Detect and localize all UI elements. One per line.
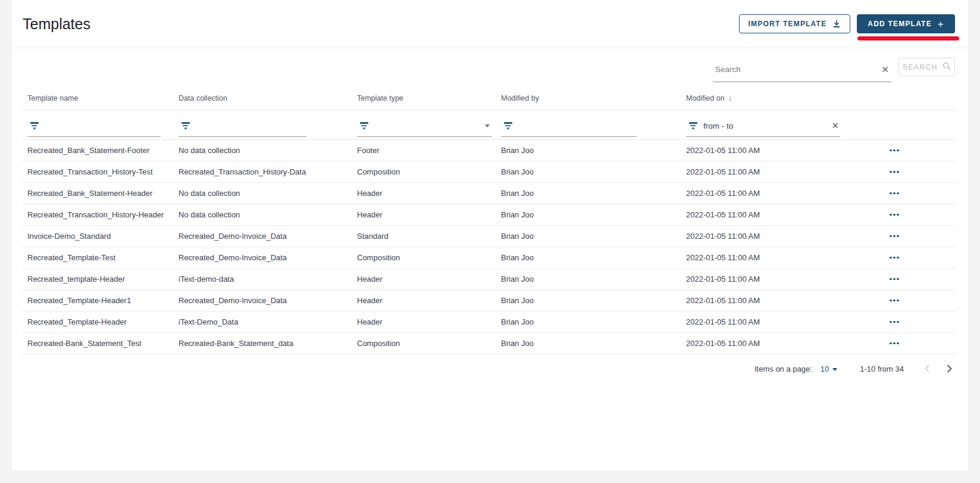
page-title: Templates	[23, 15, 90, 33]
cell-data-collection: No data collection	[179, 189, 357, 198]
import-template-button[interactable]: IMPORT TEMPLATE	[739, 14, 851, 33]
date-range-placeholder: from - to	[703, 121, 733, 130]
cell-template-name: Recreated_Template-Test	[27, 253, 179, 262]
filter-modified-by[interactable]	[501, 119, 637, 137]
column-header-data-collection[interactable]: Data collection	[179, 94, 357, 102]
cell-data-collection: Recreated_Transaction_History-Data	[179, 167, 357, 176]
table-row[interactable]: Recreated_Transaction_History-Test Recre…	[22, 161, 955, 183]
table-row[interactable]: Recreated_Bank_Statement-Header No data …	[22, 183, 955, 204]
search-icon	[943, 62, 951, 72]
search-clear-icon[interactable]: ✕	[880, 64, 890, 75]
column-header-template-type[interactable]: Template type	[357, 94, 501, 102]
items-per-page-label: Items on a page:	[754, 364, 812, 373]
cell-template-type: Header	[357, 275, 501, 283]
cell-modified-on: 2022-01-05 11:00 AM	[686, 146, 841, 155]
search-toolbar: ✕ SEARCH	[22, 58, 955, 82]
table-row[interactable]: Recreated_Template-Test Recreated_Demo-I…	[22, 247, 955, 269]
row-actions-menu-button[interactable]	[887, 296, 901, 306]
table-row[interactable]: Recreated_Bank_Statement-Footer No data …	[22, 140, 955, 161]
filter-template-name[interactable]	[27, 119, 161, 137]
search-button[interactable]: SEARCH	[898, 58, 955, 76]
cell-modified-on: 2022-01-05 11:00 AM	[686, 339, 841, 348]
table-row[interactable]: Recreated_template-Header iText-demo-dat…	[22, 269, 955, 290]
templates-page-card: Templates IMPORT TEMPLATE ADD TEMPLATE +…	[12, 0, 968, 470]
cell-template-type: Header	[357, 296, 501, 305]
table-row[interactable]: Recreated-Bank_Statement_Test Recreated-…	[22, 333, 955, 354]
cell-modified-by: Brian Joo	[501, 210, 686, 219]
row-actions-menu-button[interactable]	[887, 167, 901, 177]
filter-data-collection[interactable]	[179, 119, 306, 137]
filter-template-type[interactable]	[357, 119, 492, 137]
filter-modified-on-date-range[interactable]: from - to ✕	[686, 119, 840, 137]
table-header-row: Template name Data collection Template t…	[22, 82, 955, 110]
table-body: Recreated_Bank_Statement-Footer No data …	[22, 140, 955, 354]
previous-page-button[interactable]	[922, 362, 933, 376]
table-row[interactable]: Recreated_Template-Header1 Recreated_Dem…	[22, 290, 955, 311]
import-template-label: IMPORT TEMPLATE	[749, 20, 827, 28]
pagination-bar: Items on a page: 10 1-10 from 34	[22, 354, 955, 383]
column-header-template-name[interactable]: Template name	[27, 94, 179, 102]
add-template-button[interactable]: ADD TEMPLATE +	[857, 14, 955, 33]
cell-modified-on: 2022-01-05 11:00 AM	[686, 210, 841, 219]
cell-data-collection: iText-Demo_Data	[179, 317, 357, 326]
cell-modified-by: Brian Joo	[501, 296, 686, 305]
row-actions-menu-button[interactable]	[887, 275, 901, 284]
cell-template-type: Header	[357, 210, 501, 219]
cell-template-type: Composition	[357, 253, 501, 262]
column-header-modified-by[interactable]: Modified by	[501, 94, 686, 102]
column-header-actions	[841, 94, 955, 102]
cell-template-name: Recreated_Transaction_History-Header	[27, 210, 179, 219]
cell-template-type: Header	[357, 189, 501, 198]
chevron-down-icon	[832, 368, 837, 371]
templates-table: Template name Data collection Template t…	[22, 82, 955, 354]
cell-modified-on: 2022-01-05 11:00 AM	[686, 253, 841, 262]
filter-icon	[503, 122, 512, 129]
cell-modified-on: 2022-01-05 11:00 AM	[686, 275, 841, 283]
cell-template-name: Recreated_Bank_Statement-Header	[27, 189, 179, 198]
plus-icon: +	[938, 19, 944, 29]
dropdown-caret-icon[interactable]	[485, 124, 490, 127]
cell-template-name: Recreated_template-Header	[27, 275, 179, 283]
row-actions-menu-button[interactable]	[887, 339, 901, 348]
table-row[interactable]: Recreated_Template-Header iText-Demo_Dat…	[22, 311, 955, 333]
cell-template-type: Footer	[357, 146, 501, 155]
next-page-button[interactable]	[944, 362, 955, 376]
cell-modified-by: Brian Joo	[501, 317, 686, 326]
row-actions-menu-button[interactable]	[887, 146, 901, 155]
filter-icon	[181, 122, 190, 129]
cell-data-collection: No data collection	[179, 146, 357, 155]
cell-template-type: Standard	[357, 232, 501, 241]
page-size-select[interactable]: 10	[821, 364, 837, 373]
row-actions-menu-button[interactable]	[887, 189, 901, 198]
cell-modified-by: Brian Joo	[501, 339, 686, 348]
pagination-range: 1-10 from 34	[860, 364, 904, 373]
cell-data-collection: Recreated_Demo-Invoice_Data	[179, 232, 357, 241]
table-row[interactable]: Invoice-Demo_Standard Recreated_Demo-Inv…	[22, 226, 955, 247]
cell-data-collection: No data collection	[179, 210, 357, 219]
row-actions-menu-button[interactable]	[887, 253, 901, 263]
cell-data-collection: Recreated-Bank_Statement_data	[179, 339, 357, 348]
cell-data-collection: Recreated_Demo-Invoice_Data	[179, 296, 357, 305]
cell-modified-on: 2022-01-05 11:00 AM	[686, 296, 841, 305]
cell-template-name: Recreated-Bank_Statement_Test	[27, 339, 179, 348]
cell-modified-on: 2022-01-05 11:00 AM	[686, 167, 841, 176]
page-size-value: 10	[821, 364, 829, 373]
row-actions-menu-button[interactable]	[887, 210, 901, 220]
table-filter-row: from - to ✕	[22, 110, 955, 140]
cell-template-name: Recreated_Bank_Statement-Footer	[27, 146, 179, 155]
add-template-label: ADD TEMPLATE	[868, 20, 932, 28]
cell-template-name: Recreated_Template-Header	[27, 317, 179, 326]
table-row[interactable]: Recreated_Transaction_History-Header No …	[22, 204, 955, 226]
cell-template-type: Header	[357, 317, 501, 326]
cell-modified-by: Brian Joo	[501, 253, 686, 262]
column-header-modified-on[interactable]: Modified on ↓	[686, 94, 841, 102]
cell-modified-on: 2022-01-05 11:00 AM	[686, 189, 841, 198]
add-template-wrapper: ADD TEMPLATE +	[857, 14, 955, 33]
row-actions-menu-button[interactable]	[887, 317, 901, 327]
filter-icon	[30, 122, 39, 129]
search-input[interactable]	[714, 64, 880, 74]
row-actions-menu-button[interactable]	[887, 232, 901, 241]
date-filter-clear-icon[interactable]: ✕	[830, 120, 840, 131]
cell-modified-by: Brian Joo	[501, 275, 686, 283]
cell-modified-by: Brian Joo	[501, 167, 686, 176]
